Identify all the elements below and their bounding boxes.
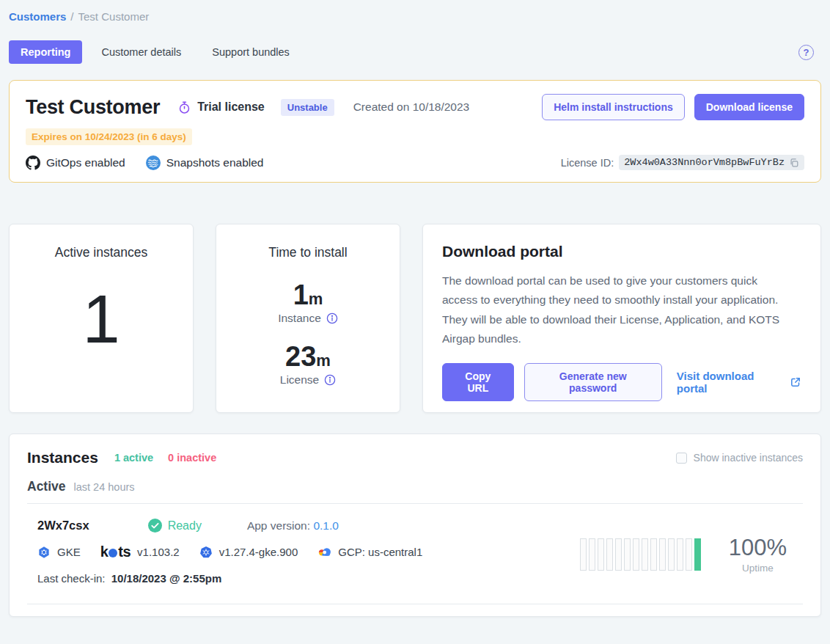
active-count: 1 active xyxy=(114,452,153,464)
download-portal-title: Download portal xyxy=(442,243,801,260)
uptime-bar xyxy=(668,538,675,571)
customer-actions: Helm install instructions Download licen… xyxy=(542,94,804,120)
generate-password-button[interactable]: Generate new password xyxy=(524,363,662,401)
divider xyxy=(27,604,803,604)
last-checkin-label: Last check-in: xyxy=(37,572,106,585)
uptime-label: Uptime xyxy=(729,563,787,574)
show-inactive-label: Show inactive instances xyxy=(694,452,803,464)
gke-icon xyxy=(37,546,51,559)
help-icon[interactable]: ? xyxy=(798,45,814,60)
download-license-button[interactable]: Download license xyxy=(694,94,804,120)
instance-status-text: Ready xyxy=(168,519,202,533)
divider xyxy=(27,503,803,504)
gcp-icon xyxy=(317,546,331,557)
kubernetes-icon xyxy=(199,546,213,559)
download-portal-description: The download portal can be used to give … xyxy=(442,271,796,348)
customer-summary-card: Test Customer Trial license Unstable Cre… xyxy=(9,80,821,183)
license-id-value: 2Wx4w0A33Nnn0orVm8pBwFuYrBz xyxy=(619,155,804,170)
uptime-bars xyxy=(580,538,701,571)
license-type-label: Trial license xyxy=(197,100,265,114)
k8s-version-group: v1.27.4-gke.900 xyxy=(199,546,298,559)
snapshots-icon xyxy=(146,155,161,170)
uptime-summary: 100% Uptime xyxy=(729,535,787,574)
time-to-install-title: Time to install xyxy=(216,245,400,260)
copy-url-button[interactable]: Copy URL xyxy=(442,363,514,401)
snapshots-enabled-label: Snapshots enabled xyxy=(166,156,264,169)
active-instances-card: Active instances 1 xyxy=(9,224,194,413)
gitops-feature: GitOps enabled xyxy=(26,155,125,170)
info-icon[interactable] xyxy=(324,374,336,386)
breadcrumb-current: Test Customer xyxy=(78,10,150,23)
breadcrumb-customers-link[interactable]: Customers xyxy=(9,10,66,23)
uptime-bar xyxy=(598,538,604,571)
instance-install-time: 1m xyxy=(216,281,400,309)
region-group: GCP: us-central1 xyxy=(317,546,422,558)
uptime-section: 100% Uptime xyxy=(580,524,803,585)
uptime-bar xyxy=(677,538,683,571)
instance-label-text: Instance xyxy=(278,312,321,325)
active-instances-value: 1 xyxy=(10,285,193,353)
uptime-bar xyxy=(659,538,666,571)
active-section-header: Active last 24 hours xyxy=(27,479,803,494)
created-date: Created on 10/18/2023 xyxy=(353,100,470,114)
download-portal-actions: Copy URL Generate new password Visit dow… xyxy=(442,363,801,401)
uptime-bar xyxy=(686,538,692,571)
gitops-enabled-label: GitOps enabled xyxy=(46,156,125,169)
download-portal-card: Download portal The download portal can … xyxy=(422,224,821,413)
license-id-text: 2Wx4w0A33Nnn0orVm8pBwFuYrBz xyxy=(624,157,785,168)
app-version: App version: 0.1.0 xyxy=(247,519,339,533)
inactive-count: 0 inactive xyxy=(168,452,216,464)
instance-details: 2Wx7csx Ready App version: 0.1.0 xyxy=(37,519,580,585)
time-to-install-card: Time to install 1m Instance 23m xyxy=(216,224,400,413)
customer-name: Test Customer xyxy=(26,96,160,119)
license-id-label: License ID: xyxy=(561,157,614,169)
tab-customer-details[interactable]: Customer details xyxy=(89,40,193,64)
instance-row: 2Wx7csx Ready App version: 0.1.0 xyxy=(27,519,803,585)
instance-install-label: Instance xyxy=(216,312,400,325)
uptime-bar xyxy=(633,538,639,571)
uptime-bar xyxy=(650,538,657,571)
tab-support-bundles[interactable]: Support bundles xyxy=(200,40,301,64)
stats-row: Active instances 1 Time to install 1m In… xyxy=(9,224,821,413)
tab-reporting[interactable]: Reporting xyxy=(9,40,82,64)
instances-title: Instances xyxy=(27,449,98,466)
distribution-group: GKE xyxy=(37,546,81,559)
last-checkin-row: Last check-in: 10/18/2023 @ 2:55pm xyxy=(37,572,580,585)
info-icon[interactable] xyxy=(326,312,338,324)
uptime-bar xyxy=(580,538,587,571)
uptime-bar-active xyxy=(694,538,701,571)
instances-header: Instances 1 active 0 inactive Show inact… xyxy=(27,449,803,466)
page: Customers / Test Customer Reporting Cust… xyxy=(0,0,830,617)
uptime-bar xyxy=(589,538,595,571)
uptime-bar xyxy=(624,538,631,571)
license-label-text: License xyxy=(280,373,319,387)
app-version-label: App version: xyxy=(247,519,310,532)
instances-card: Instances 1 active 0 inactive Show inact… xyxy=(9,433,821,617)
copy-license-id-icon[interactable] xyxy=(789,158,799,168)
app-version-link[interactable]: 0.1.0 xyxy=(313,519,338,532)
expiration-badge: Expires on 10/24/2023 (in 6 days) xyxy=(26,128,192,145)
license-type: Trial license xyxy=(177,100,265,114)
tab-bar: Reporting Customer details Support bundl… xyxy=(9,40,821,64)
show-inactive-checkbox[interactable] xyxy=(676,453,687,464)
github-icon xyxy=(26,155,40,170)
last-checkin-value: 10/18/2023 @ 2:55pm xyxy=(111,572,222,585)
active-section-sub: last 24 hours xyxy=(74,481,135,493)
active-section-label: Active xyxy=(27,479,66,494)
uptime-bar xyxy=(615,538,622,571)
visit-download-portal-link[interactable]: Visit download portal xyxy=(677,370,801,395)
check-circle-icon xyxy=(148,519,162,533)
show-inactive-toggle: Show inactive instances xyxy=(676,452,803,464)
breadcrumb: Customers / Test Customer xyxy=(9,10,821,23)
channel-badge: Unstable xyxy=(281,99,334,116)
helm-install-instructions-button[interactable]: Helm install instructions xyxy=(542,94,685,120)
customer-summary-bottom-row: GitOps enabled Snapshots enabled xyxy=(26,155,804,170)
visit-link-text: Visit download portal xyxy=(677,370,784,395)
distribution-label: GKE xyxy=(57,546,81,558)
region-label: GCP: us-central1 xyxy=(338,546,422,558)
kots-version: v1.103.2 xyxy=(137,546,180,558)
snapshots-feature: Snapshots enabled xyxy=(146,155,264,170)
instance-id[interactable]: 2Wx7csx xyxy=(37,519,89,533)
instance-status: Ready xyxy=(148,519,202,533)
active-instances-title: Active instances xyxy=(10,245,193,260)
